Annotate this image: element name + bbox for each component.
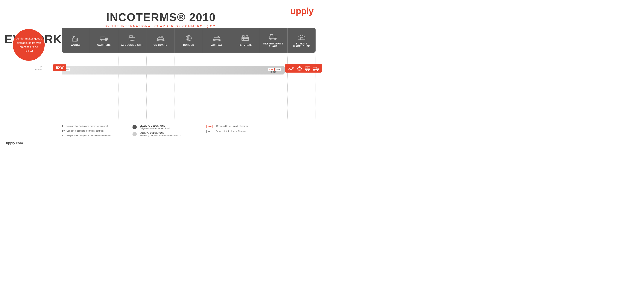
exp-imp-right: EXP IMP <box>268 68 281 71</box>
legend-buyer: BUYER'S OBLGATIONS Receiving party assum… <box>132 132 180 137</box>
subtitle: BY THE INTERNATIONAL CHAMBER OF COMMERCE… <box>105 24 217 28</box>
legend-t: T Responsible to stipulate the freight c… <box>62 125 111 128</box>
bottom-url: upply.com <box>6 141 23 145</box>
legend-exp: EXP Responsible for Export Clearance <box>206 125 248 128</box>
buyer-circle-icon <box>132 132 137 136</box>
svg-rect-33 <box>270 34 273 36</box>
location-label-destination: DESTINATION'S PLACE <box>260 42 286 48</box>
svg-rect-28 <box>246 36 248 37</box>
location-warehouse: BUYER'S WAREHOUSE <box>288 28 316 52</box>
svg-rect-12 <box>129 37 135 40</box>
location-on-board: ON BOARD <box>146 28 174 52</box>
ship-icon <box>296 66 303 71</box>
imp-badge: IMP <box>275 68 281 71</box>
location-carriers: CARRIERS <box>90 28 118 52</box>
location-label-arrival: ARRIVAL <box>211 44 222 46</box>
svg-rect-42 <box>313 68 317 70</box>
location-label-warehouse: BUYER'S WAREHOUSE <box>289 42 314 48</box>
location-works: WORKS <box>62 28 90 52</box>
legend-imp: IMP Responsible for Import Clearance <box>206 130 248 133</box>
title-section: INCOTERMS® 2010 BY THE INTERNATIONAL CHA… <box>105 11 217 28</box>
legend-section: T Responsible to stipulate the freight c… <box>62 125 316 137</box>
dashed-lines <box>62 52 316 121</box>
svg-rect-34 <box>300 38 303 40</box>
legend-t2: T? Can opt to stipulate the freight cont… <box>62 130 111 132</box>
plane-icon <box>288 66 294 71</box>
location-label-terminal: TERMINAL <box>238 44 252 46</box>
ex-works-description: Vendor makes goods available on its own … <box>13 34 45 56</box>
seller-circle-icon <box>132 125 137 129</box>
ex-works-row-label: EXWORKS <box>35 66 42 71</box>
location-bar: WORKS CARRIERS ALONGSIDE SHIP <box>62 28 316 52</box>
legend-column-clearance: EXP Responsible for Export Clearance IMP… <box>206 125 248 133</box>
svg-line-2 <box>72 36 75 38</box>
legend-column-obligations: T Responsible to stipulate the freight c… <box>62 125 111 137</box>
location-alongside-ship: ALONGSIDE SHIP <box>118 28 146 52</box>
legend-s: S Responsible to stipulate the insurance… <box>62 134 111 137</box>
truck-icon <box>312 66 319 71</box>
location-label-on-board: ON BOARD <box>154 44 168 46</box>
main-title: INCOTERMS® 2010 <box>105 11 217 24</box>
svg-rect-29 <box>270 36 274 39</box>
location-label-alongside: ALONGSIDE SHIP <box>121 44 144 46</box>
red-circle: Vendor makes goods available on its own … <box>13 29 45 61</box>
legend-seller: SELLER'S OBLGATIONS Origin assumes expen… <box>132 125 180 130</box>
legend-column-parties: SELLER'S OBLGATIONS Origin assumes expen… <box>132 125 180 137</box>
svg-rect-6 <box>100 37 105 40</box>
svg-rect-4 <box>75 39 76 41</box>
train-icon <box>304 66 311 71</box>
svg-rect-27 <box>242 36 244 37</box>
location-terminal: TERMINAL <box>231 28 259 52</box>
location-label-border: BORDER <box>183 44 194 46</box>
transport-icons-box <box>285 64 322 72</box>
location-destination: DESTINATION'S PLACE <box>259 28 288 52</box>
location-label-carriers: CARRIERS <box>97 44 111 46</box>
location-arrival: ARRIVAL <box>203 28 231 52</box>
upply-logo: upply <box>290 6 314 16</box>
arrow-container: EXP EXP IMP <box>62 66 288 74</box>
exw-arrow-bar <box>62 66 288 74</box>
exw-badge: EXW <box>53 64 66 71</box>
exp-badge-right: EXP <box>268 68 274 71</box>
location-label-works: WORKS <box>71 44 81 46</box>
location-border: BORDER <box>175 28 203 52</box>
